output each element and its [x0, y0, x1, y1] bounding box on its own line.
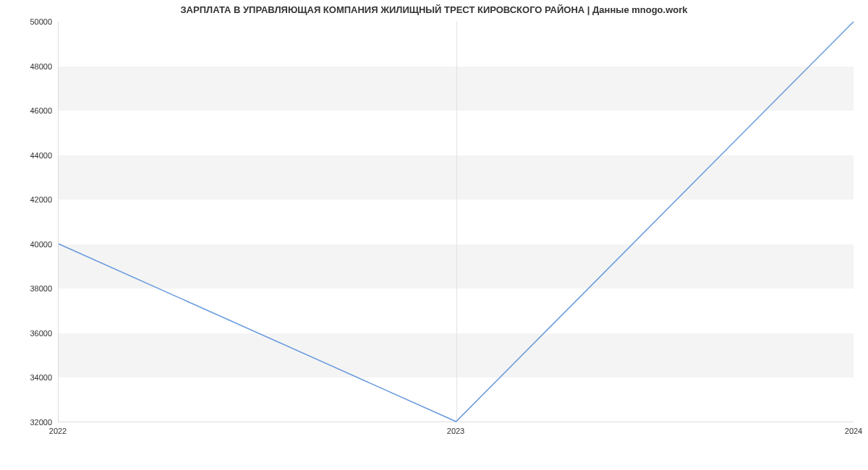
y-tick-label: 32000: [9, 418, 52, 427]
line-series: [59, 22, 854, 422]
y-tick-label: 50000: [9, 17, 52, 26]
salary-chart: ЗАРПЛАТА В УПРАВЛЯЮЩАЯ КОМПАНИЯ ЖИЛИЩНЫЙ…: [0, 0, 868, 456]
x-tick-label: 2023: [447, 427, 464, 435]
y-tick-label: 36000: [9, 329, 52, 338]
plot-area: [58, 22, 854, 422]
x-tick-label: 2024: [845, 427, 862, 435]
x-tick-label: 2022: [49, 427, 67, 435]
y-tick-label: 48000: [9, 62, 52, 71]
y-tick-label: 42000: [9, 195, 52, 204]
y-tick-label: 46000: [9, 106, 52, 115]
y-tick-label: 38000: [9, 284, 52, 293]
y-tick-label: 44000: [9, 151, 52, 160]
chart-title: ЗАРПЛАТА В УПРАВЛЯЮЩАЯ КОМПАНИЯ ЖИЛИЩНЫЙ…: [0, 4, 868, 15]
y-tick-label: 34000: [9, 373, 52, 382]
y-tick-label: 40000: [9, 240, 52, 249]
data-line: [59, 22, 854, 422]
